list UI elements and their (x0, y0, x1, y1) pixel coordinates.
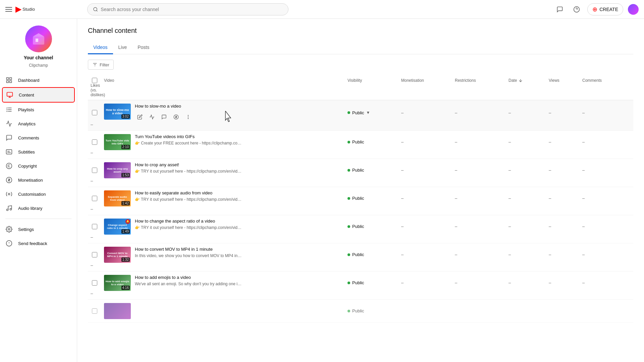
sidebar-item-copyright[interactable]: Copyright (0, 159, 77, 173)
monetisation-label: Monetisation (18, 178, 43, 183)
sidebar-item-content[interactable]: Content (2, 87, 75, 103)
video-info: How to crop any asset! 👉 TRY it out your… (135, 162, 242, 174)
visibility-arrow[interactable]: ▼ (366, 110, 370, 115)
filter-row: Filter (88, 60, 633, 70)
visibility-cell: Public (345, 308, 398, 313)
tab-posts[interactable]: Posts (132, 41, 155, 54)
visibility-cell: Public (345, 224, 398, 229)
monetisation-cell: – (398, 139, 452, 144)
row-checkbox[interactable] (92, 139, 97, 145)
row-checkbox[interactable] (92, 252, 97, 257)
channel-sub: Clipchamp (29, 63, 48, 68)
tab-live[interactable]: Live (113, 41, 132, 54)
video-title: Turn YouTube videos into GIFs (135, 134, 242, 140)
more-button[interactable] (183, 112, 193, 122)
visibility-dot (347, 141, 350, 143)
date-cell: – (506, 196, 546, 201)
sidebar-item-analytics[interactable]: Analytics (0, 117, 77, 131)
tab-videos[interactable]: Videos (88, 41, 113, 54)
restrictions-cell: – (452, 224, 506, 229)
video-info: How to convert MOV to MP4 in 1 minute In… (135, 247, 242, 259)
visibility-cell: Public (345, 168, 398, 173)
comments-cell: – (580, 139, 633, 144)
visibility-text: Public (352, 308, 364, 313)
edit-button[interactable] (135, 112, 145, 122)
date-cell: – (506, 168, 546, 173)
dashboard-icon (5, 76, 13, 84)
sidebar-item-settings[interactable]: Settings (0, 222, 77, 236)
user-avatar[interactable] (628, 4, 639, 15)
help-button[interactable] (571, 3, 583, 15)
sidebar-item-send-feedback[interactable]: Send feedback (0, 236, 77, 250)
restrictions-cell: – (452, 110, 506, 115)
row-checkbox[interactable] (92, 110, 97, 115)
visibility-dot (347, 197, 350, 200)
row-checkbox[interactable] (92, 168, 97, 173)
sidebar-item-dashboard[interactable]: Dashboard (0, 73, 77, 87)
monetisation-cell: – (398, 168, 452, 173)
sidebar-item-monetisation[interactable]: Monetisation (0, 173, 77, 187)
row-checkbox[interactable] (92, 308, 97, 314)
audio-library-icon (5, 204, 13, 212)
comments-cell: – (580, 110, 633, 115)
logo-area: ▶ Studio (15, 5, 35, 14)
hamburger-menu[interactable] (5, 7, 12, 12)
visibility-dot (347, 282, 350, 284)
settings-label: Settings (18, 227, 34, 232)
search-bar[interactable] (87, 3, 288, 15)
visibility-cell: Public ▼ (345, 110, 398, 115)
video-info: How to slow-mo a video (135, 104, 193, 122)
create-button[interactable]: ⊕ CREATE (587, 3, 623, 15)
row-checkbox[interactable] (92, 196, 97, 201)
sidebar-item-comments[interactable]: Comments (0, 131, 77, 145)
analytics-button[interactable] (147, 112, 157, 122)
monetisation-cell: – (398, 252, 452, 257)
create-icon: ⊕ (592, 6, 597, 13)
search-input[interactable] (101, 7, 283, 12)
sidebar-item-audio-library[interactable]: Audio library (0, 201, 77, 215)
playlists-icon (5, 106, 13, 113)
svg-rect-7 (10, 81, 12, 83)
video-title: How to slow-mo a video (135, 104, 193, 109)
row-checkbox[interactable] (92, 280, 97, 286)
content-tabs: Videos Live Posts (88, 41, 633, 54)
thumbnail-wrap: Convert MOV to MP4 in 1 minute 1:32 (104, 247, 131, 263)
likes-cell: – (88, 178, 101, 183)
row-checkbox[interactable] (92, 224, 97, 229)
comment-button[interactable] (159, 112, 169, 122)
select-all-checkbox[interactable] (92, 78, 97, 83)
visibility-dot (347, 253, 350, 256)
monetisation-cell: – (398, 110, 452, 115)
video-info: How to change the aspect ratio of a vide… (135, 219, 242, 231)
comments-cell: – (580, 168, 633, 173)
restrictions-cell: – (452, 139, 506, 144)
comments-label: Comments (18, 135, 39, 140)
monetise-button[interactable] (171, 112, 181, 122)
thumbnail-wrap (104, 303, 131, 319)
content-label: Content (19, 93, 34, 98)
video-desc: 👉 TRY it out yourself here - https://cli… (135, 169, 242, 174)
visibility-text: Public (352, 110, 364, 115)
visibility-dot (347, 310, 350, 312)
sidebar-item-customisation[interactable]: Customisation (0, 187, 77, 201)
filter-button[interactable]: Filter (88, 60, 114, 70)
date-cell: – (506, 110, 546, 115)
sidebar-item-subtitles[interactable]: Subtitles (0, 145, 77, 159)
svg-point-18 (6, 163, 12, 169)
th-date[interactable]: Date (506, 78, 546, 83)
channel-info: Your channel Clipchamp (0, 19, 77, 73)
messages-button[interactable] (554, 3, 566, 15)
help-icon (573, 6, 580, 13)
more-icon (185, 114, 191, 120)
copyright-label: Copyright (18, 164, 37, 169)
video-desc: We've all sent an emoji. So why don't yo… (135, 281, 242, 287)
table-row: Convert MOV to MP4 in 1 minute 1:32 How … (88, 243, 633, 272)
likes-cell: – (88, 206, 101, 212)
sidebar-item-playlists[interactable]: Playlists (0, 103, 77, 117)
table-row: How to crop any asset! 1:53 How to crop … (88, 159, 633, 187)
video-duration: 3:02 (121, 114, 130, 119)
topbar: ▶ Studio ⊕ CREATE (0, 0, 644, 19)
video-desc: 👉 TRY it out yourself here - https://cli… (135, 225, 242, 231)
likes-cell: – (88, 291, 101, 296)
date-cell: – (506, 224, 546, 229)
